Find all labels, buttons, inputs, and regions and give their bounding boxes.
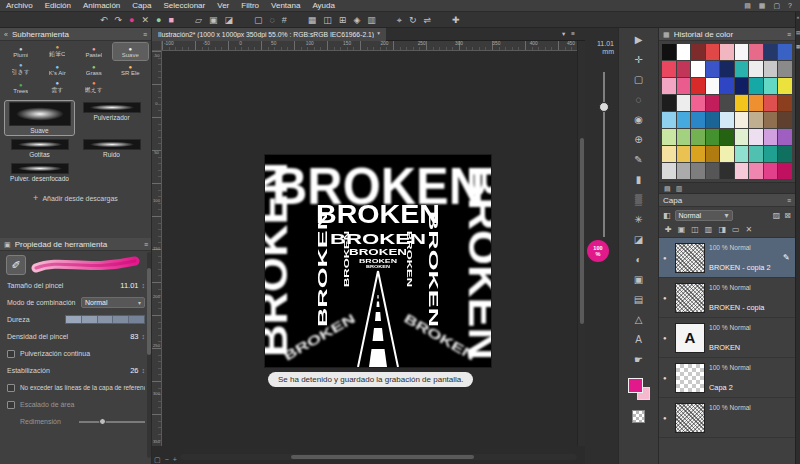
resize-slider[interactable] (79, 421, 145, 423)
command-icon[interactable]: ● (156, 16, 161, 25)
color-swatch[interactable] (778, 61, 792, 77)
color-swatch[interactable] (662, 129, 676, 145)
color-swatch[interactable] (720, 129, 734, 145)
color-swatch[interactable] (706, 61, 720, 77)
layer-thumbnail[interactable] (675, 403, 705, 433)
color-swatch[interactable] (706, 78, 720, 94)
color-swatch[interactable] (735, 129, 749, 145)
brush-size-slider-knob[interactable] (599, 102, 609, 112)
layer-toolbar-icon[interactable]: ▣ (678, 226, 686, 234)
color-swatch[interactable] (720, 163, 734, 179)
tool-button[interactable]: ✳ (619, 210, 658, 230)
command-icon[interactable]: ◫ (323, 16, 332, 25)
brush-item[interactable]: Suave (5, 101, 74, 135)
panel-menu-icon[interactable]: ≡ (787, 197, 791, 204)
layer-toolbar-icon[interactable]: ▭ (732, 226, 740, 234)
command-icon[interactable]: ▥ (367, 16, 376, 25)
layer-blend-dropdown[interactable]: Normal ▾ (675, 210, 733, 221)
subtool-group[interactable]: ● 引きす (3, 61, 39, 78)
canvas-document[interactable]: BROKEN BROKEN BROKEN BROKEN BROKEN BROKE… (265, 155, 491, 367)
menu-item[interactable]: Ver (211, 0, 235, 11)
layer-row[interactable]: ● A 100 % Normal BROKEN (659, 318, 795, 358)
command-icon[interactable]: ▱ (195, 16, 202, 25)
edge-strip-icon[interactable]: ▦ (796, 45, 800, 50)
tool-button[interactable]: ▒ (619, 190, 658, 210)
color-swatch[interactable] (735, 61, 749, 77)
menubar-icon[interactable]: ▦ (759, 2, 766, 9)
command-icon[interactable]: ⊞ (339, 16, 347, 25)
command-icon[interactable]: ✚ (452, 16, 460, 25)
color-swatch[interactable] (662, 112, 676, 128)
color-swatch[interactable] (677, 95, 691, 111)
subtool-group[interactable]: ● Trees (3, 79, 39, 96)
menu-item[interactable]: Ventana (265, 0, 306, 11)
color-swatch[interactable] (778, 146, 792, 162)
continuous-spray-checkbox[interactable] (7, 350, 15, 358)
color-swatch[interactable] (677, 78, 691, 94)
command-icon[interactable]: ▦ (308, 16, 317, 25)
command-icon[interactable]: ▣ (209, 16, 218, 25)
stepper-icon[interactable]: ↕ (142, 367, 146, 374)
brush-tip-icon[interactable]: ✐ (6, 255, 26, 275)
color-swatch[interactable] (749, 95, 763, 111)
color-swatch[interactable] (677, 61, 691, 77)
tool-button[interactable]: ▮ (619, 170, 658, 190)
menu-item[interactable]: Archivo (0, 0, 39, 11)
color-swatch[interactable] (706, 146, 720, 162)
subtool-group[interactable]: ● Grass (76, 61, 112, 78)
layer-thumbnail[interactable] (675, 243, 705, 273)
tool-button[interactable]: ◉ (619, 110, 658, 130)
add-from-downloads[interactable]: + Añadir desde descargas (0, 194, 151, 203)
opacity-badge[interactable]: 100 % (587, 240, 609, 262)
command-icon[interactable]: ⇌ (423, 16, 431, 25)
color-swatch[interactable] (677, 44, 691, 60)
color-swatch[interactable] (662, 61, 676, 77)
color-swatch[interactable] (706, 129, 720, 145)
panel-menu-icon[interactable]: ≡ (787, 31, 791, 38)
canvas-nav-icon[interactable]: ▢ (154, 456, 161, 463)
layer-option-icon[interactable]: ⊠ (784, 212, 791, 220)
color-swatch[interactable] (749, 112, 763, 128)
panel-menu-icon[interactable]: ≡ (143, 31, 147, 38)
stepper-icon[interactable]: ↕ (142, 333, 146, 340)
tool-button[interactable]: ▣ (619, 270, 658, 290)
color-swatch[interactable] (764, 78, 778, 94)
command-icon[interactable]: # (282, 16, 287, 25)
color-swatch[interactable] (749, 44, 763, 60)
panel-tab-icon[interactable]: ▥ (676, 185, 683, 192)
menu-item[interactable]: Edición (39, 0, 77, 11)
color-swatch[interactable] (749, 146, 763, 162)
brush-item[interactable]: Pulver. desenfocado (5, 162, 74, 183)
subtool-group[interactable]: ● Plumi (3, 43, 39, 60)
layer-toolbar-icon[interactable]: ▥ (705, 226, 713, 234)
stepper-icon[interactable]: ↕ (142, 282, 146, 289)
tool-button[interactable]: ▢ (619, 70, 658, 90)
tool-button[interactable]: ▶ (619, 30, 658, 50)
brush-item[interactable]: Pulverizador (77, 101, 146, 135)
color-swatch[interactable] (691, 129, 705, 145)
menu-item[interactable]: Filtro (235, 0, 265, 11)
edge-strip-icon[interactable]: « (797, 16, 800, 21)
layer-toolbar-icon[interactable]: ◫ (691, 226, 699, 234)
transparent-color-swatch[interactable] (632, 410, 645, 423)
color-swatch[interactable] (720, 146, 734, 162)
command-icon[interactable]: ↷ (115, 16, 123, 25)
layer-toolbar-icon[interactable]: ◨ (718, 226, 726, 234)
color-swatch[interactable] (720, 44, 734, 60)
eye-icon[interactable]: ● (663, 295, 671, 301)
color-swatch[interactable] (691, 163, 705, 179)
menu-item[interactable]: Capa (126, 0, 157, 11)
color-swatch[interactable] (749, 129, 763, 145)
color-swatch[interactable] (662, 163, 676, 179)
command-icon[interactable]: ● (129, 16, 134, 25)
menubar-icon[interactable]: ▢ (773, 2, 780, 9)
layer-row[interactable]: ● 100 % Normal BROKEN - copia (659, 278, 795, 318)
layer-thumbnail[interactable] (675, 363, 705, 393)
color-swatch[interactable] (706, 95, 720, 111)
color-swatch[interactable] (764, 146, 778, 162)
tool-property-scrollbar[interactable] (147, 252, 151, 458)
layer-thumbnail[interactable] (675, 283, 705, 313)
color-swatch[interactable] (662, 95, 676, 111)
color-swatch[interactable] (749, 78, 763, 94)
main-color-swatch[interactable] (628, 378, 643, 393)
